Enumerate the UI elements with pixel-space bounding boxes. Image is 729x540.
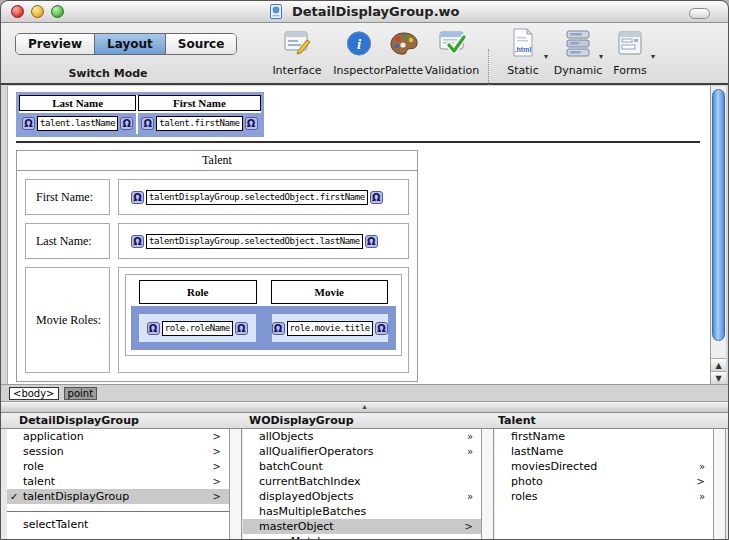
scroll-up-arrow[interactable]: ▲ [711, 358, 726, 371]
double-chevron-icon: » [467, 491, 473, 502]
browser-item[interactable]: photo> [495, 474, 713, 489]
dynamic-elements-icon [563, 29, 593, 61]
wostring-element[interactable]: Ω role.movie.title Ω [272, 321, 388, 336]
chevron-right-icon: > [213, 446, 221, 457]
chevron-right-icon: > [213, 431, 221, 442]
validation-button[interactable]: Validation [415, 29, 489, 77]
browser-item[interactable]: role> [7, 459, 229, 474]
browser-column-wodisplaygroup[interactable]: allObjects» allQualifierOperators» batch… [243, 429, 481, 539]
window-title: DetailDisplayGroup.wo [1, 4, 728, 22]
browser-item[interactable]: application> [7, 429, 229, 444]
svg-text:.html: .html [515, 46, 532, 53]
talent-repetition-table[interactable]: Last Name First Name Ω talent.lastName Ω… [16, 92, 264, 137]
binding-icon: Ω [120, 117, 133, 130]
wostring-element[interactable]: Ω talent.firstName Ω [141, 116, 257, 131]
browser-item[interactable]: currentBatchIndex [243, 474, 481, 489]
chevron-right-icon: > [465, 521, 473, 532]
browser-item[interactable]: lastName [495, 444, 713, 459]
scroll-down-arrow[interactable]: ▼ [711, 371, 726, 384]
browser-column-talent[interactable]: firstName lastName moviesDirected» photo… [495, 429, 713, 539]
binding-keypath: talentDisplayGroup.selectedObject.lastNa… [146, 234, 363, 249]
browser-item[interactable]: allObjects» [243, 429, 481, 444]
pane-splitter[interactable]: ▴ [1, 401, 728, 413]
field-label[interactable]: First Name: [25, 179, 110, 215]
browser-column-title: Talent [498, 414, 536, 427]
layout-canvas[interactable]: Last Name First Name Ω talent.lastName Ω… [7, 86, 726, 384]
forms-icon [616, 29, 644, 61]
switch-mode-segmented-control: Preview Layout Source [15, 33, 237, 55]
repetition-cell[interactable]: Ω talent.lastName Ω [19, 113, 136, 134]
browser-item[interactable]: roles» [495, 489, 713, 504]
binding-icon: Ω [131, 235, 144, 248]
binding-icon: Ω [365, 235, 378, 248]
forms-label: Forms [593, 64, 667, 77]
element-path-bar: <body> point [1, 384, 728, 401]
chevron-right-icon: > [213, 461, 221, 472]
segment-layout[interactable]: Layout [95, 34, 166, 54]
browser-item[interactable]: hasMultipleBatches [243, 504, 481, 519]
repetition-cell[interactable]: Ω talent.firstName Ω [138, 113, 260, 134]
path-item-body[interactable]: <body> [9, 387, 59, 400]
repetition-cell[interactable]: Ω role.movie.title Ω [272, 314, 389, 342]
wostring-element[interactable]: Ω talentDisplayGroup.selectedObject.firs… [131, 190, 383, 205]
selected-repetition-row[interactable]: Ω role.roleName Ω Ω role.movie.title Ω [131, 306, 396, 350]
binding-keypath: talent.lastName [37, 116, 118, 131]
browser-item-selected[interactable]: ✓talentDisplayGroup> [7, 489, 229, 504]
validation-icon [437, 29, 467, 61]
browser-action-item[interactable]: selectTalent [7, 517, 229, 532]
binding-icon: Ω [272, 322, 285, 335]
switch-mode-caption: Switch Mode [15, 67, 201, 80]
window-title-text: DetailDisplayGroup.wo [292, 4, 460, 19]
scrollbar-thumb[interactable] [712, 89, 725, 341]
repetition-cell[interactable]: Ω role.roleName Ω [139, 314, 256, 342]
column-header[interactable]: Movie [271, 280, 389, 304]
segment-preview[interactable]: Preview [16, 34, 95, 54]
wostring-element[interactable]: Ω talentDisplayGroup.selectedObject.last… [131, 234, 378, 249]
movie-roles-table[interactable]: Role Movie Ω role.roleName Ω [125, 274, 402, 356]
binding-icon: Ω [141, 117, 154, 130]
column-scrollbar[interactable] [229, 429, 242, 539]
field-cell[interactable]: Ω talentDisplayGroup.selectedObject.firs… [118, 179, 409, 215]
segment-source[interactable]: Source [166, 34, 237, 54]
field-label[interactable]: Movie Roles: [25, 267, 110, 373]
browser-item[interactable]: batchCount [243, 459, 481, 474]
browser-item[interactable]: firstName [495, 429, 713, 444]
path-item-selected[interactable]: point [64, 387, 98, 400]
chevron-right-icon: > [213, 476, 221, 487]
forms-button[interactable]: ▾ Forms [593, 29, 667, 77]
binding-icon: Ω [22, 117, 35, 130]
column-header[interactable]: Role [139, 280, 257, 304]
wostring-element[interactable]: Ω role.roleName Ω [147, 321, 248, 336]
browser-item-selected[interactable]: masterObject> [243, 519, 481, 534]
binding-keypath: talent.firstName [156, 116, 242, 131]
browser-item[interactable]: queryMatch> [243, 534, 481, 539]
table-title[interactable]: Talent [17, 151, 417, 171]
field-label[interactable]: Last Name: [25, 223, 110, 259]
talent-form-table[interactable]: Talent First Name: Ω talentDisplayGroup.… [16, 150, 418, 382]
canvas-vertical-scrollbar[interactable]: ▲ ▼ [710, 86, 726, 384]
toolbar-toggle-pill[interactable] [689, 8, 710, 19]
column-scrollbar[interactable] [713, 429, 726, 539]
browser-item[interactable]: talent> [7, 474, 229, 489]
column-header[interactable]: Last Name [19, 95, 136, 111]
browser-item[interactable]: session> [7, 444, 229, 459]
title-bar[interactable]: DetailDisplayGroup.wo [1, 1, 728, 23]
collapse-triangle-icon[interactable]: ▴ [362, 402, 366, 411]
movie-roles-cell[interactable]: Role Movie Ω role.roleName Ω [118, 267, 409, 373]
column-scrollbar[interactable] [481, 429, 494, 539]
binding-icon: Ω [370, 191, 383, 204]
column-header[interactable]: First Name [138, 95, 260, 111]
object-browser: application> session> role> talent> ✓tal… [1, 429, 728, 539]
double-chevron-icon: » [699, 461, 705, 472]
wostring-element[interactable]: Ω talent.lastName Ω [22, 116, 133, 131]
horizontal-rule[interactable] [16, 141, 700, 143]
bound-check-icon: ✓ [10, 491, 18, 502]
browser-item[interactable]: displayedObjects» [243, 489, 481, 504]
browser-item[interactable]: allQualifierOperators» [243, 444, 481, 459]
browser-item[interactable]: moviesDirected» [495, 459, 713, 474]
field-cell[interactable]: Ω talentDisplayGroup.selectedObject.last… [118, 223, 409, 259]
double-chevron-icon: » [467, 446, 473, 457]
binding-icon: Ω [235, 322, 248, 335]
browser-column-detaildisplaygroup[interactable]: application> session> role> talent> ✓tal… [7, 429, 229, 539]
chevron-right-icon: > [697, 476, 705, 487]
